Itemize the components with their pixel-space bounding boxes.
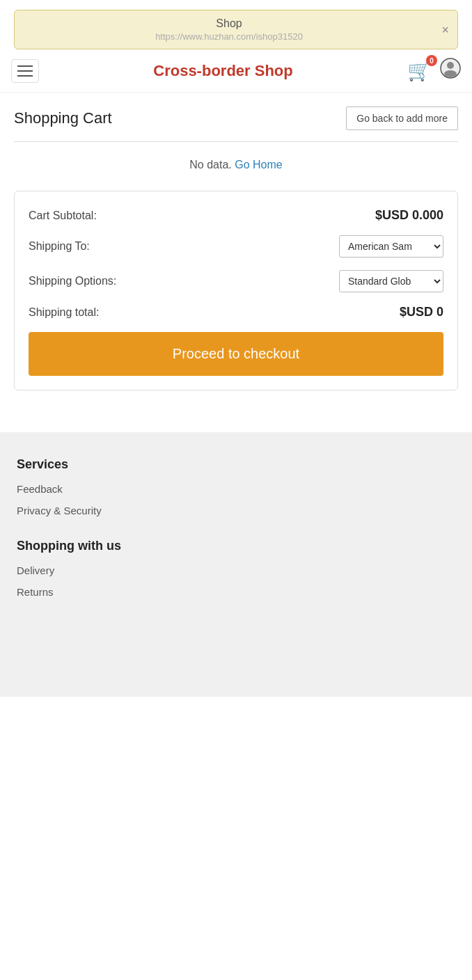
menu-line xyxy=(17,70,33,72)
go-back-button[interactable]: Go back to add more xyxy=(346,106,458,130)
shipping-options-row: Shipping Options: Standard Glob Express … xyxy=(29,270,443,292)
menu-line xyxy=(17,65,33,67)
subtotal-row: Cart Subtotal: $USD 0.000 xyxy=(29,208,443,223)
footer: Services Feedback Privacy & Security Sho… xyxy=(0,432,472,697)
footer-services-section: Services Feedback Privacy & Security xyxy=(17,457,455,516)
cart-button[interactable]: 🛒 0 xyxy=(407,59,432,82)
no-data-text: No data. xyxy=(189,159,231,171)
site-title: Shop xyxy=(26,17,432,30)
shipping-total-row: Shipping total: $USD 0 xyxy=(29,305,443,319)
shipping-to-row: Shipping To: American Sam United States … xyxy=(29,235,443,258)
feedback-link[interactable]: Feedback xyxy=(17,483,455,495)
services-title: Services xyxy=(17,457,455,472)
subtotal-label: Cart Subtotal: xyxy=(29,210,97,222)
close-icon[interactable]: × xyxy=(441,22,449,37)
cart-divider xyxy=(14,141,458,142)
returns-link[interactable]: Returns xyxy=(17,586,455,598)
shipping-options-select[interactable]: Standard Glob Express Economy xyxy=(339,270,443,292)
subtotal-value: $USD 0.000 xyxy=(375,208,443,223)
svg-point-1 xyxy=(447,62,454,69)
header: Cross-border Shop 🛒 0 xyxy=(0,49,472,93)
privacy-link[interactable]: Privacy & Security xyxy=(17,505,455,516)
go-home-link[interactable]: Go Home xyxy=(235,159,282,171)
shopping-title: Shopping with us xyxy=(17,539,455,553)
shipping-total-label: Shipping total: xyxy=(29,306,99,319)
footer-shopping-section: Shopping with us Delivery Returns xyxy=(17,539,455,598)
shipping-total-value: $USD 0 xyxy=(400,305,443,319)
cart-summary: Cart Subtotal: $USD 0.000 Shipping To: A… xyxy=(14,191,458,390)
user-icon[interactable] xyxy=(440,58,461,84)
shipping-to-select[interactable]: American Sam United States Canada United… xyxy=(339,235,443,258)
site-url: https://www.huzhan.com/ishop31520 xyxy=(26,31,432,42)
no-data-message: No data. Go Home xyxy=(14,159,458,171)
address-bar: Shop https://www.huzhan.com/ishop31520 × xyxy=(14,10,458,49)
main-content: Shopping Cart Go back to add more No dat… xyxy=(0,93,472,390)
cart-badge: 0 xyxy=(426,55,437,66)
shipping-options-label: Shipping Options: xyxy=(29,275,116,287)
delivery-link[interactable]: Delivery xyxy=(17,564,455,576)
menu-button[interactable] xyxy=(11,59,39,83)
cart-header: Shopping Cart Go back to add more xyxy=(14,106,458,130)
svg-point-2 xyxy=(444,70,457,77)
page-title: Shopping Cart xyxy=(14,109,112,127)
header-icons: 🛒 0 xyxy=(407,58,461,84)
checkout-button[interactable]: Proceed to checkout xyxy=(29,332,443,376)
shipping-to-label: Shipping To: xyxy=(29,240,90,253)
menu-line xyxy=(17,75,33,77)
shop-name: Cross-border Shop xyxy=(39,62,407,80)
